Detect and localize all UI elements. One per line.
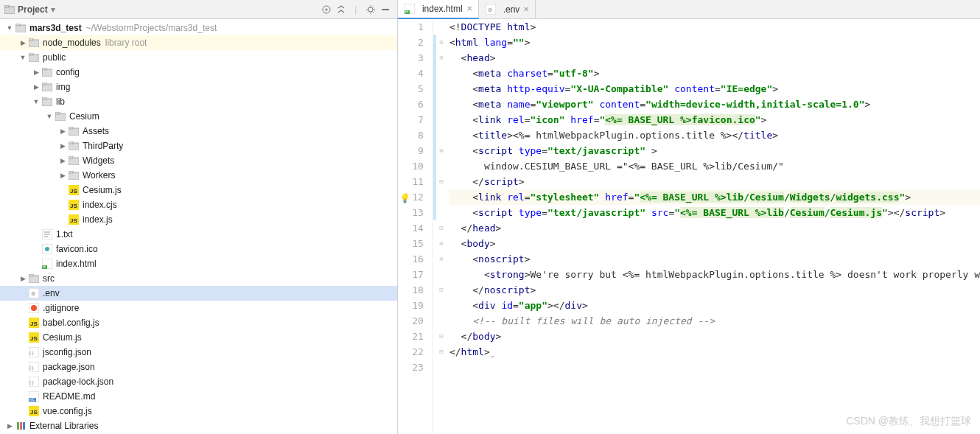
tree-item[interactable]: ▶JSvue.config.js xyxy=(0,404,397,419)
tree-item[interactable]: ▶Widgets xyxy=(0,153,397,168)
code-content[interactable]: <!DOCTYPE html><html lang=""> <head> <me… xyxy=(447,19,980,434)
app-root: Project ▾ | ▼mars3d_test~/WebstormProjec… xyxy=(0,0,980,434)
code-line[interactable]: <script type="text/javascript" > xyxy=(449,143,980,158)
svg-point-4 xyxy=(368,7,373,12)
fold-marker[interactable]: ⊟ xyxy=(436,329,447,344)
tree-item[interactable]: ▶{ }package.json xyxy=(0,360,397,374)
locate-icon[interactable] xyxy=(319,2,334,17)
expand-arrow-icon[interactable]: ▶ xyxy=(57,127,68,135)
hide-icon[interactable] xyxy=(378,2,393,17)
tree-item[interactable]: ▶⚙.env xyxy=(0,286,397,301)
tree-item[interactable]: ▶JSbabel.config.js xyxy=(0,315,397,330)
tree-item[interactable]: ▶Hindex.html xyxy=(0,256,397,271)
collapse-all-icon[interactable] xyxy=(334,2,349,17)
code-line[interactable]: <!DOCTYPE html> xyxy=(449,19,980,35)
expand-arrow-icon[interactable]: ▼ xyxy=(4,24,15,32)
tree-item[interactable]: ▶img xyxy=(0,80,397,94)
tree-item[interactable]: ▶src xyxy=(0,271,397,286)
divider: | xyxy=(349,2,363,17)
fold-marker[interactable]: ⊟ xyxy=(436,174,447,189)
code-line[interactable]: <title><%= htmlWebpackPlugin.options.tit… xyxy=(449,127,980,143)
folder-icon xyxy=(41,66,53,78)
expand-arrow-icon[interactable]: ▶ xyxy=(31,83,41,91)
code-line[interactable]: <link rel="stylesheet" href="<%= BASE_UR… xyxy=(449,189,980,205)
fold-marker[interactable]: ⊖ xyxy=(436,236,447,251)
code-area[interactable]: 1234567891011💡121314151617181920212223 ⊖… xyxy=(398,19,980,434)
code-line[interactable]: </script> xyxy=(449,174,980,189)
tree-item[interactable]: ▶JSCesium.js xyxy=(0,330,397,345)
tree-item[interactable]: ▼mars3d_test~/WebstormProjects/mars3d_te… xyxy=(0,21,397,35)
tree-item[interactable]: ▼Cesium xyxy=(0,109,397,124)
expand-arrow-icon[interactable]: ▶ xyxy=(18,39,28,46)
code-line[interactable]: </head> xyxy=(449,220,980,236)
code-line[interactable]: <meta charset="utf-8"> xyxy=(449,66,980,81)
tree-item[interactable]: ▶config xyxy=(0,65,397,80)
tree-item[interactable]: ▶favicon.ico xyxy=(0,242,397,256)
close-icon[interactable]: ✕ xyxy=(466,4,472,13)
editor-tab[interactable]: ⚙.env✕ xyxy=(479,0,536,19)
tree-item[interactable]: ▶Workers xyxy=(0,168,397,183)
editor-tab[interactable]: Hindex.html✕ xyxy=(398,0,479,19)
tree-item[interactable]: ▶node_moduleslibrary root xyxy=(0,35,397,50)
code-line[interactable]: </noscript> xyxy=(449,282,980,298)
tree-item[interactable]: ▶.gitignore xyxy=(0,301,397,315)
fold-marker[interactable]: ⊖ xyxy=(436,251,447,267)
gitignore-icon xyxy=(28,302,40,314)
close-icon[interactable]: ✕ xyxy=(523,5,529,13)
code-line[interactable]: <script type="text/javascript" src="<%= … xyxy=(449,205,980,220)
code-line[interactable]: <meta name="viewport" content="width=dev… xyxy=(449,97,980,112)
code-line[interactable]: </body> xyxy=(449,329,980,344)
tree-item[interactable]: ▶JSCesium.js xyxy=(0,183,397,197)
svg-point-36 xyxy=(45,247,49,251)
dropdown-icon[interactable]: ▾ xyxy=(51,4,55,15)
expand-arrow-icon[interactable]: ▶ xyxy=(18,275,28,282)
tree-item-label: Widgets xyxy=(83,155,114,166)
expand-arrow-icon[interactable]: ▼ xyxy=(44,113,55,120)
fold-marker[interactable]: ⊟ xyxy=(436,282,447,298)
sidebar-title[interactable]: Project xyxy=(18,4,48,15)
expand-arrow-icon[interactable]: ▼ xyxy=(31,98,41,105)
tree-item[interactable]: ▶MDREADME.md xyxy=(0,389,397,404)
code-line[interactable]: <link rel="icon" href="<%= BASE_URL %>fa… xyxy=(449,112,980,127)
settings-icon[interactable] xyxy=(363,2,378,17)
tree-item-label: img xyxy=(56,82,70,92)
tree-item[interactable]: ▼public xyxy=(0,50,397,65)
expand-arrow-icon[interactable]: ▼ xyxy=(18,54,28,61)
code-line[interactable]: <head> xyxy=(449,50,980,66)
code-line[interactable]: <noscript> xyxy=(449,251,980,267)
tree-item[interactable]: ▶1.txt xyxy=(0,227,397,242)
code-line[interactable]: <body> xyxy=(449,236,980,251)
expand-arrow-icon[interactable]: ▶ xyxy=(57,172,68,179)
line-number: 3 xyxy=(398,50,424,66)
code-line[interactable]: <meta http-equiv="X-UA-Compatible" conte… xyxy=(449,81,980,97)
code-line[interactable] xyxy=(449,360,980,375)
fold-marker[interactable]: ⊟ xyxy=(436,220,447,236)
code-line[interactable]: </html>˷ xyxy=(449,344,980,360)
expand-arrow-icon[interactable]: ▶ xyxy=(4,422,15,430)
tree-item[interactable]: ▶JSindex.cjs xyxy=(0,197,397,212)
tree-item[interactable]: ▶{ }jsconfig.json xyxy=(0,345,397,360)
code-line[interactable]: <div id="app"></div> xyxy=(449,298,980,313)
tree-item-label: README.md xyxy=(43,391,95,402)
code-line[interactable]: <!-- built files will be auto injected -… xyxy=(449,313,980,329)
tree-item[interactable]: ▶External Libraries xyxy=(0,419,397,433)
expand-arrow-icon[interactable]: ▶ xyxy=(57,157,68,164)
fold-gutter[interactable]: ⊖⊖⊖⊟⊟⊖⊖⊟⊟⊟ xyxy=(436,19,447,434)
code-line[interactable]: <html lang=""> xyxy=(449,35,980,50)
fold-marker[interactable]: ⊖ xyxy=(436,50,447,66)
fold-marker[interactable]: ⊖ xyxy=(436,143,447,158)
code-line[interactable]: <strong>We're sorry but <%= htmlWebpackP… xyxy=(449,267,980,282)
tree-item[interactable]: ▶{ }package-lock.json xyxy=(0,374,397,389)
bulb-icon[interactable]: 💡 xyxy=(399,191,410,206)
tree-item[interactable]: ▶JSindex.js xyxy=(0,212,397,227)
code-line[interactable]: window.CESIUM_BASE_URL ="<%= BASE_URL %>… xyxy=(449,158,980,174)
tree-item[interactable]: ▶Assets xyxy=(0,124,397,139)
tree-item[interactable]: ▶ThirdParty xyxy=(0,139,397,153)
expand-arrow-icon[interactable]: ▶ xyxy=(57,142,68,150)
tree-item[interactable]: ▼lib xyxy=(0,94,397,109)
project-tree[interactable]: ▼mars3d_test~/WebstormProjects/mars3d_te… xyxy=(0,19,397,434)
expand-arrow-icon[interactable]: ▶ xyxy=(31,69,41,76)
fold-marker[interactable]: ⊟ xyxy=(436,344,447,360)
tree-item-label: config xyxy=(56,67,80,77)
fold-marker[interactable]: ⊖ xyxy=(436,35,447,50)
